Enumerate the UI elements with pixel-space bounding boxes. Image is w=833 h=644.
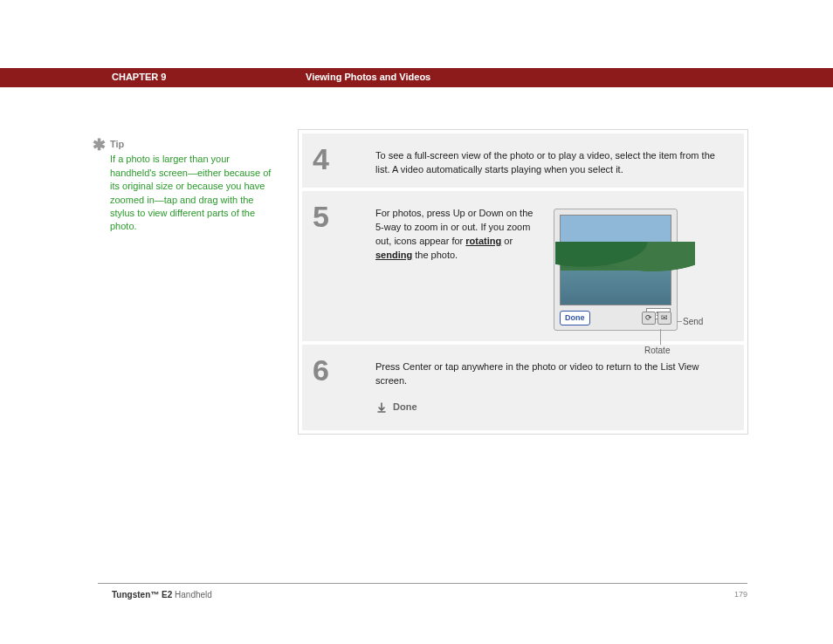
sending-link[interactable]: sending	[375, 250, 412, 260]
step-text: For photos, press Up or Down on the 5-wa…	[375, 207, 550, 263]
step-number: 4	[313, 144, 375, 174]
footer-divider	[98, 583, 747, 584]
rotate-icon[interactable]: ⟳	[642, 312, 656, 325]
page-number: 179	[734, 590, 747, 599]
done-indicator: Done	[375, 401, 730, 414]
rotate-callout: Rotate	[644, 345, 670, 358]
chapter-label: CHAPTER 9	[112, 72, 166, 82]
handheld-screen: 15K Done ⟳ ✉	[554, 209, 678, 331]
chapter-title: Viewing Photos and Videos	[306, 72, 430, 82]
chapter-header: CHAPTER 9 Viewing Photos and Videos	[0, 68, 833, 87]
device-screenshot: 15K Done ⟳ ✉ Send Rotate	[550, 207, 730, 331]
send-icon[interactable]: ✉	[657, 312, 671, 325]
step-number: 5	[313, 202, 375, 231]
footer-product: Tungsten™ E2 Handheld	[112, 590, 212, 599]
asterisk-icon: ✱	[93, 134, 106, 156]
step-text: Press Center or tap anywhere in the phot…	[375, 360, 730, 388]
done-label: Done	[393, 401, 417, 414]
step-text: To see a full-screen view of the photo o…	[375, 144, 730, 177]
step-number: 6	[313, 355, 375, 385]
tip-text: If a photo is larger than your handheld'…	[110, 153, 278, 233]
done-button[interactable]: Done	[560, 311, 590, 325]
step-6: 6 Press Center or tap anywhere in the ph…	[302, 345, 744, 430]
tip-label: Tip	[110, 138, 278, 151]
send-callout: Send	[683, 316, 703, 329]
step-5: 5 For photos, press Up or Down on the 5-…	[302, 191, 744, 341]
photo-preview	[560, 215, 671, 305]
rotating-link[interactable]: rotating	[465, 236, 501, 246]
steps-panel: 4 To see a full-screen view of the photo…	[298, 129, 748, 435]
step-4: 4 To see a full-screen view of the photo…	[302, 134, 744, 188]
down-arrow-icon	[375, 401, 388, 414]
tip-sidebar: ✱ Tip If a photo is larger than your han…	[94, 138, 278, 234]
